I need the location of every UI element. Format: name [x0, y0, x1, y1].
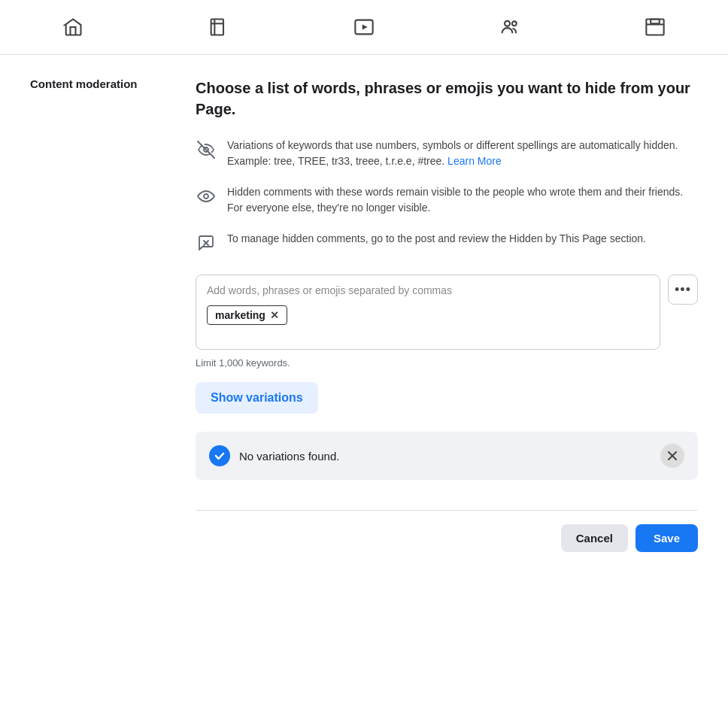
svg-rect-8: [651, 20, 660, 24]
limit-text: Limit 1,000 keywords.: [196, 357, 698, 369]
more-options-button[interactable]: •••: [668, 275, 698, 305]
info-item-1: Variations of keywords that use numbers,…: [196, 138, 698, 169]
info-list: Variations of keywords that use numbers,…: [196, 138, 698, 253]
close-icon: [667, 451, 678, 461]
info-text-1: Variations of keywords that use numbers,…: [227, 138, 698, 169]
main-layout: Content moderation Choose a list of word…: [0, 55, 728, 575]
no-variations-text: No variations found.: [239, 450, 339, 463]
save-button[interactable]: Save: [635, 524, 698, 552]
info-text-2: Hidden comments with these words remain …: [227, 184, 698, 216]
svg-point-11: [204, 194, 208, 199]
close-no-variations-button[interactable]: [660, 444, 684, 468]
info-item-3: To manage hidden comments, go to the pos…: [196, 231, 698, 253]
eye-slash-icon: [196, 139, 217, 160]
nav-pages[interactable]: [200, 9, 236, 45]
info-text-3: To manage hidden comments, go to the pos…: [227, 231, 646, 247]
sidebar: Content moderation: [30, 77, 165, 552]
svg-marker-4: [362, 25, 368, 30]
sidebar-title: Content moderation: [30, 77, 138, 90]
keyword-area: Add words, phrases or emojis separated b…: [196, 275, 698, 350]
keyword-tag-label: marketing: [215, 309, 265, 321]
svg-rect-7: [647, 20, 664, 35]
more-dots-icon: •••: [675, 282, 691, 298]
nav-home[interactable]: [55, 9, 91, 45]
keyword-tag-remove[interactable]: ✕: [270, 310, 279, 320]
nav-people[interactable]: [492, 9, 528, 45]
nav-business[interactable]: [637, 9, 673, 45]
svg-point-6: [511, 21, 516, 26]
footer-divider: [196, 510, 698, 511]
show-variations-button[interactable]: Show variations: [196, 382, 318, 414]
keyword-box[interactable]: Add words, phrases or emojis separated b…: [196, 275, 660, 350]
no-variations-bar: No variations found.: [196, 432, 698, 480]
keyword-tag: marketing ✕: [207, 305, 287, 325]
content-area: Choose a list of words, phrases or emoji…: [196, 77, 698, 552]
eye-icon: [196, 186, 217, 207]
keyword-placeholder: Add words, phrases or emojis separated b…: [207, 284, 649, 296]
svg-rect-0: [211, 20, 223, 35]
page-heading: Choose a list of words, phrases or emoji…: [196, 77, 698, 120]
nav-video[interactable]: [346, 9, 382, 45]
check-circle-icon: [209, 445, 230, 466]
top-nav: [0, 0, 728, 55]
no-variations-left: No variations found.: [209, 445, 339, 466]
learn-more-link[interactable]: Learn More: [447, 155, 502, 167]
message-x-icon: [196, 232, 217, 253]
svg-point-5: [505, 21, 510, 26]
info-item-2: Hidden comments with these words remain …: [196, 184, 698, 216]
cancel-button[interactable]: Cancel: [561, 524, 628, 552]
footer-buttons: Cancel Save: [196, 524, 698, 552]
